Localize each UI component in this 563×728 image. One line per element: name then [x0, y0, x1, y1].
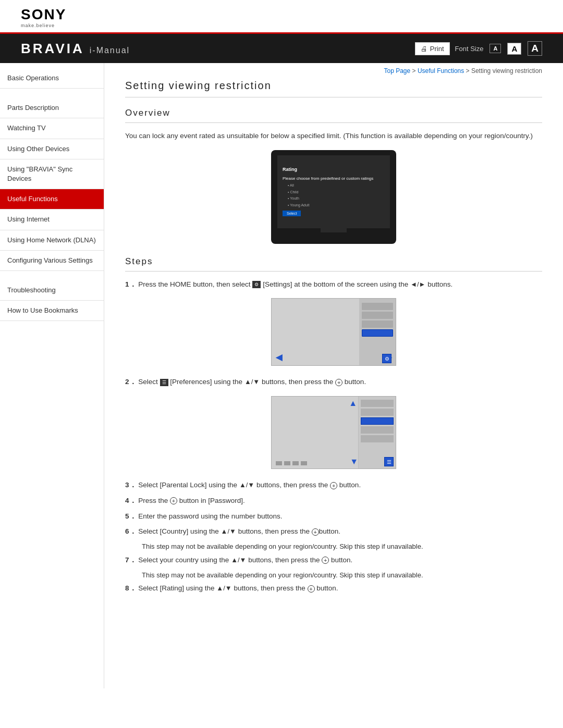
settings-mockup-2: ▲ ▼ ☰ [125, 396, 542, 469]
step-7-note: This step may not be available depending… [125, 570, 542, 581]
lr-arrows-step1: ◄/► [410, 280, 425, 288]
up-arrow-icon: ▲ [349, 399, 357, 408]
step-7: 7． Select your country using the ▲/▼ but… [125, 554, 542, 566]
font-med-button[interactable]: A [507, 43, 521, 55]
breadcrumb-useful-functions[interactable]: Useful Functions [418, 67, 464, 75]
settings-screen-1: ◀ ▶ ⚙ [271, 298, 396, 366]
settings-row-1 [362, 303, 393, 310]
settings-screen-2: ▲ ▼ ☰ [271, 396, 396, 469]
sidebar-item-using-other-devices[interactable]: Using Other Devices [0, 139, 104, 159]
enter-button-step2: + [335, 379, 342, 386]
sidebar-item-troubleshooting[interactable]: Troubleshooting [0, 280, 104, 301]
font-small-button[interactable]: A [489, 44, 501, 53]
main-layout: Basic Operations Parts Description Watch… [0, 63, 563, 688]
imanual-text: i-Manual [90, 46, 130, 55]
tv-option-all: • All [283, 182, 294, 189]
print-button[interactable]: 🖨 Print [415, 42, 450, 55]
tv-mockup: Rating Please choose from predefined or … [125, 150, 542, 244]
step-4-num: 4． [125, 497, 137, 504]
sidebar-item-basic-operations[interactable]: Basic Operations [0, 68, 104, 89]
content-area: Top Page > Useful Functions > Setting vi… [104, 63, 563, 688]
step-3-num: 3． [125, 481, 137, 489]
ss2-row-4 [361, 426, 394, 434]
print-icon: 🖨 [421, 45, 427, 53]
tv-screen: Rating Please choose from predefined or … [277, 155, 390, 228]
bravia-bar: BRAVIA i-Manual 🖨 Print Font Size A A A [0, 34, 563, 63]
preferences-icon: ☰ [160, 379, 168, 386]
tv-option-youth: • Youth [283, 195, 299, 202]
step-8-num: 8． [125, 584, 137, 592]
overview-header: Overview [125, 108, 542, 123]
bottom-dot-4 [301, 461, 307, 465]
step-3: 3． Select [Parental Lock] using the ▲/▼ … [125, 479, 542, 491]
ss2-bottom-bar [272, 461, 358, 465]
sidebar-item-how-to-use-bookmarks[interactable]: How to Use Bookmarks [0, 301, 104, 321]
step-6: 6． Select [Country] using the ▲/▼ button… [125, 526, 542, 537]
step-5-num: 5． [125, 512, 137, 520]
breadcrumb-separator-2: > [466, 67, 471, 75]
print-label: Print [430, 45, 444, 53]
step-2-num: 2． [125, 378, 137, 386]
sidebar-item-useful-functions[interactable]: Useful Functions [0, 189, 104, 209]
sidebar-item-watching-tv[interactable]: Watching TV [0, 118, 104, 139]
sony-logo: SONY [21, 6, 542, 23]
tv-frame: Rating Please choose from predefined or … [271, 150, 396, 244]
sidebar: Basic Operations Parts Description Watch… [0, 63, 104, 688]
toolbar-right: 🖨 Print Font Size A A A [415, 41, 542, 56]
sony-tagline: make.believe [21, 23, 542, 28]
settings-row-2 [362, 312, 393, 319]
settings-icon-mock: ⚙ [382, 354, 391, 363]
settings-mockup-1: ◀ ▶ ⚙ [125, 298, 542, 366]
step-7-num: 7． [125, 556, 137, 564]
step-4: 4． Press the + button in [Password]. [125, 495, 542, 507]
step-1-num: 1． [125, 280, 137, 288]
step-8: 8． Select [Rating] using the ▲/▼ buttons… [125, 583, 542, 594]
settings-row-highlighted [362, 329, 393, 337]
step-6-note: This step may not be available depending… [125, 541, 542, 552]
ss2-row-active [361, 417, 394, 425]
preferences-icon-mock: ☰ [384, 457, 394, 466]
step-5: 5． Enter the password using the number b… [125, 511, 542, 522]
bravia-title: BRAVIA i-Manual [21, 41, 130, 57]
sidebar-item-parts-description[interactable]: Parts Description [0, 98, 104, 118]
settings-icon: ⚙ [252, 281, 261, 288]
ss2-row-1 [361, 400, 394, 407]
bottom-dot-2 [284, 461, 290, 465]
tv-option-child: • Child [283, 189, 298, 196]
tv-option-young-adult: • Young Adult [283, 202, 309, 209]
bottom-dot-3 [292, 461, 299, 465]
tv-base [313, 232, 354, 235]
breadcrumb: Top Page > Useful Functions > Setting vi… [125, 63, 542, 80]
top-header: SONY make.believe [0, 0, 563, 34]
arrow-bar-1: ◀ ▶ [272, 352, 396, 362]
sidebar-item-using-bravia-sync[interactable]: Using "BRAVIA" Sync Devices [0, 159, 104, 189]
breadcrumb-top-page[interactable]: Top Page [384, 67, 410, 75]
step-2: 2． Select ☰ [Preferences] using the ▲/▼ … [125, 376, 542, 388]
left-arrow-icon: ◀ [276, 352, 282, 362]
font-large-button[interactable]: A [528, 41, 542, 56]
bottom-dot-1 [276, 461, 282, 465]
step-6-num: 6． [125, 527, 137, 535]
breadcrumb-separator-1: > [412, 67, 418, 75]
ud-arrows-step2: ▲/▼ [244, 378, 260, 386]
font-size-label: Font Size [455, 45, 484, 53]
tv-select-button: Select [283, 211, 301, 216]
sidebar-item-configuring-settings[interactable]: Configuring Various Settings [0, 251, 104, 271]
page-title: Setting viewing restriction [125, 80, 542, 97]
tv-screen-title: Rating [283, 167, 297, 172]
steps-header: Steps [125, 256, 542, 272]
step-1: 1． Press the HOME button, then select ⚙ … [125, 279, 542, 290]
settings-row-3 [362, 320, 393, 328]
tv-stand [321, 228, 347, 232]
sidebar-item-home-network[interactable]: Using Home Network (DLNA) [0, 230, 104, 251]
breadcrumb-current: Setting viewing restriction [471, 67, 542, 75]
ss2-row-5 [361, 435, 394, 442]
sidebar-item-using-internet[interactable]: Using Internet [0, 209, 104, 230]
bravia-logo-text: BRAVIA [21, 41, 84, 57]
ss2-row-2 [361, 409, 394, 416]
tv-screen-subtitle: Please choose from predefined or custom … [283, 175, 373, 182]
overview-text: You can lock any event rated as unsuitab… [125, 130, 542, 142]
